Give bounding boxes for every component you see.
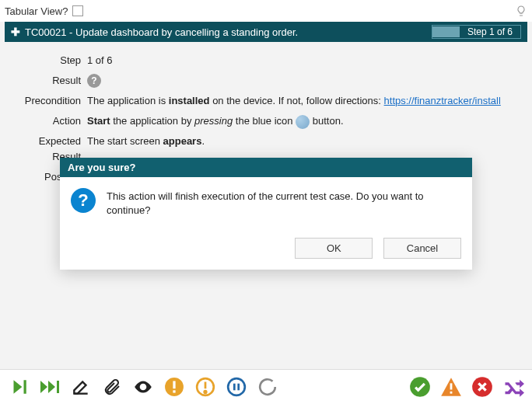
dialog-title: Are you sure? bbox=[60, 158, 472, 177]
warning-filled-icon[interactable] bbox=[163, 376, 185, 398]
reload-icon[interactable] bbox=[257, 376, 278, 398]
svg-rect-2 bbox=[173, 381, 175, 388]
ok-button[interactable]: OK bbox=[295, 238, 373, 259]
action-label: Action bbox=[9, 113, 87, 129]
result-help-icon[interactable]: ? bbox=[87, 74, 101, 88]
testcase-header[interactable]: ✚ TC00021 - Update dashboard by cancelli… bbox=[5, 22, 527, 42]
step-value: 1 of 6 bbox=[87, 53, 523, 68]
globe-icon bbox=[296, 115, 310, 129]
precondition-value: The application is installed on the devi… bbox=[87, 93, 523, 109]
step-progress: Step 1 of 6 bbox=[432, 25, 521, 39]
cancel-button[interactable]: Cancel bbox=[383, 238, 461, 259]
step-label: Step bbox=[9, 53, 87, 68]
hint-icon[interactable] bbox=[515, 5, 527, 17]
fast-forward-icon[interactable] bbox=[39, 376, 61, 398]
dialog-message: This action will finish execution of the… bbox=[107, 188, 461, 218]
next-step-icon[interactable] bbox=[8, 376, 30, 398]
warn-triangle-icon[interactable] bbox=[440, 376, 462, 398]
view-icon[interactable] bbox=[132, 376, 154, 398]
shuffle-icon[interactable] bbox=[502, 376, 524, 398]
tabular-view-checkbox[interactable] bbox=[72, 5, 83, 16]
svg-rect-11 bbox=[450, 383, 453, 389]
pass-icon[interactable] bbox=[409, 376, 431, 398]
question-icon bbox=[71, 188, 96, 213]
svg-point-7 bbox=[228, 378, 245, 395]
attachment-icon[interactable] bbox=[101, 376, 123, 398]
confirm-dialog: Are you sure? This action will finish ex… bbox=[60, 158, 472, 270]
pause-icon[interactable] bbox=[226, 376, 247, 398]
step-badge: Step 1 of 6 bbox=[460, 26, 520, 38]
tabular-view-label: Tabular View? bbox=[5, 5, 68, 17]
warning-outline-icon[interactable] bbox=[194, 376, 216, 398]
result-label: Result bbox=[9, 73, 87, 89]
expand-icon[interactable]: ✚ bbox=[11, 26, 20, 38]
install-link[interactable]: https://finanztracker/install bbox=[384, 95, 501, 106]
edit-icon[interactable] bbox=[70, 376, 92, 398]
svg-rect-12 bbox=[450, 392, 453, 394]
action-value: Start the application by pressing the bl… bbox=[87, 113, 523, 129]
testcase-title: TC00021 - Update dashboard by cancelling… bbox=[25, 26, 298, 38]
svg-rect-3 bbox=[173, 390, 175, 392]
fail-icon[interactable] bbox=[471, 376, 493, 398]
svg-point-6 bbox=[205, 391, 207, 393]
precondition-label: Precondition bbox=[9, 93, 87, 109]
svg-point-0 bbox=[142, 385, 145, 388]
